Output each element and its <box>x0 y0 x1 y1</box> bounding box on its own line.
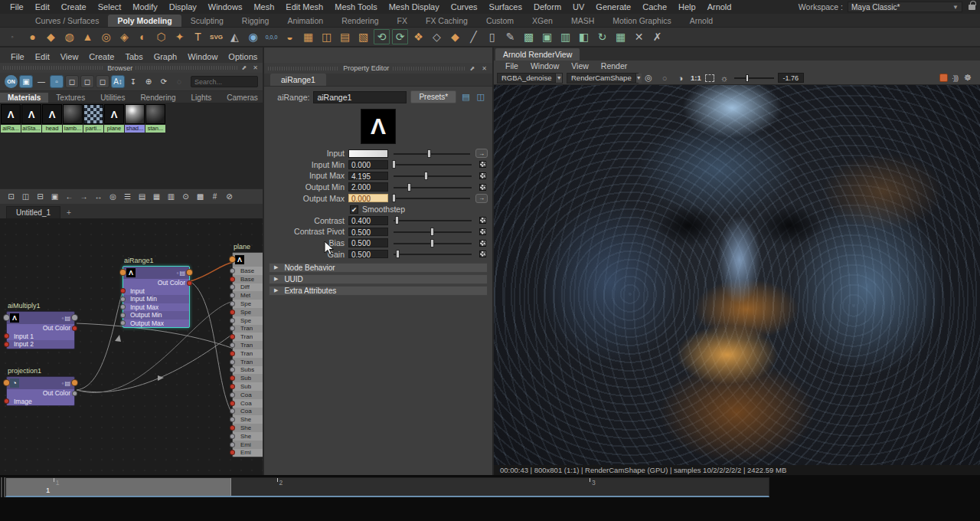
port-dot[interactable] <box>230 268 235 274</box>
node-port[interactable]: Subs <box>233 366 263 375</box>
shelf-tool-icon[interactable]: ◎ <box>97 28 115 45</box>
node-body[interactable]: Λ Base <box>232 252 263 457</box>
port-dot[interactable] <box>230 367 235 372</box>
smoothstep-checkbox[interactable]: ✔ <box>350 205 358 214</box>
browser-tab[interactable]: Rendering <box>132 93 183 103</box>
hypershade-menu-item[interactable]: Graph <box>149 52 182 61</box>
node-port[interactable]: Base <box>233 275 263 283</box>
node-port[interactable]: Emi <box>233 441 263 449</box>
node-port[interactable]: Input Max <box>123 303 189 312</box>
node-editor-tool-icon[interactable]: ▣ <box>48 191 61 202</box>
exposure-slider[interactable] <box>734 77 774 79</box>
shelf-tool-icon[interactable]: ╱ <box>465 28 482 45</box>
port-dot[interactable] <box>120 304 126 310</box>
shelf-tool-icon[interactable]: ◆ <box>446 28 464 45</box>
node-port[interactable]: She <box>233 432 263 441</box>
node-port[interactable]: Diff <box>233 283 263 292</box>
slider-handle[interactable] <box>396 250 400 258</box>
node-editor-tool-icon[interactable]: ▩ <box>194 191 207 202</box>
node-input-pin[interactable] <box>229 256 236 263</box>
presets-button[interactable]: Presets* <box>410 90 456 103</box>
port-dot[interactable] <box>230 408 235 414</box>
exposure-icon[interactable]: ☼ <box>718 74 730 83</box>
node-port[interactable]: Output Min <box>123 311 189 319</box>
browser-panel-header[interactable]: Browser ⬈ ✕ <box>0 63 263 73</box>
material-swatch[interactable]: parti... <box>83 104 103 133</box>
shelf-tab[interactable]: FX <box>388 15 416 27</box>
port-dot[interactable] <box>230 326 235 331</box>
color-swatch-field[interactable] <box>348 149 388 159</box>
node-port[interactable]: Coa <box>233 399 263 408</box>
attribute-slider[interactable] <box>392 172 473 180</box>
shelf-tool-icon[interactable]: ◆ <box>42 28 60 45</box>
node-input-pin[interactable] <box>3 314 10 321</box>
node-editor-tool-icon[interactable]: ◎ <box>106 191 119 202</box>
map-texture-button[interactable] <box>477 227 488 236</box>
close-icon[interactable]: ✕ <box>480 65 488 72</box>
port-dot[interactable] <box>230 401 235 406</box>
region-render-icon[interactable] <box>705 74 714 82</box>
browser-toolbar-icon[interactable]: ⊕ <box>142 75 155 88</box>
renderview-menu-item[interactable]: Window <box>525 61 564 70</box>
shelf-tab[interactable]: Custom <box>477 15 523 27</box>
shelf-tool-icon[interactable]: ◧ <box>575 28 593 45</box>
node-port[interactable]: Image <box>7 398 74 406</box>
port-dot[interactable] <box>230 359 235 365</box>
menu-item[interactable]: File <box>5 2 29 12</box>
shelf-tool-icon[interactable]: ◍ <box>60 28 78 45</box>
slider-handle[interactable] <box>430 228 434 236</box>
attribute-slider[interactable] <box>392 239 473 247</box>
node-port[interactable]: Spe <box>233 316 263 325</box>
value-field[interactable]: 0.500 <box>348 228 388 237</box>
port-dot[interactable] <box>72 326 77 331</box>
attribute-slider[interactable] <box>392 194 472 202</box>
node-body[interactable]: ◔ ◦▤ Out Color <box>6 376 75 406</box>
port-dot[interactable] <box>230 450 235 455</box>
menu-item[interactable]: Generate <box>590 2 636 12</box>
material-swatch[interactable]: shad... <box>125 104 145 133</box>
shelf-tool-icon[interactable]: ▥ <box>557 28 574 45</box>
node-port[interactable]: Base <box>233 267 263 275</box>
shelf-tool-icon[interactable]: ▦ <box>612 28 629 45</box>
shelf-tool-icon[interactable]: ▣ <box>538 28 556 45</box>
float-panel-icon[interactable]: ⬈ <box>469 65 477 72</box>
show-attributes-icon[interactable]: ▤ <box>460 92 471 102</box>
shelf-tool-icon[interactable]: SVG <box>207 28 225 45</box>
node-port[interactable]: Input <box>123 287 189 296</box>
shelf-tool-icon[interactable]: ◇ <box>428 28 446 45</box>
node-projection1[interactable]: projection1 ◔ ◦▤ Out Color <box>6 367 77 406</box>
menu-item[interactable]: Mesh <box>248 2 279 12</box>
shelf-tool-icon[interactable]: ⟳ <box>391 28 409 45</box>
menu-item[interactable]: Deform <box>528 2 567 12</box>
port-dot[interactable] <box>120 288 126 293</box>
port-dot[interactable] <box>120 297 126 302</box>
port-dot[interactable] <box>230 442 235 447</box>
value-field[interactable]: 0.400 <box>348 216 388 225</box>
shelf-tab[interactable]: Arnold <box>681 15 722 27</box>
node-port[interactable]: Spe <box>233 308 263 316</box>
node-editor-tool-icon[interactable]: → <box>77 191 90 202</box>
material-swatch[interactable]: aiSta... <box>21 104 41 133</box>
shelf-tab[interactable]: Curves / Surfaces <box>26 15 108 27</box>
add-tab-button[interactable]: + <box>60 207 77 218</box>
exposure-value[interactable]: -1.76 <box>778 73 804 83</box>
float-panel-icon[interactable]: ⬈ <box>240 64 249 71</box>
attribute-slider[interactable] <box>392 149 472 158</box>
node-editor-tool-icon[interactable]: ↔ <box>92 191 105 202</box>
material-swatch[interactable]: stan... <box>145 104 165 133</box>
slider-handle[interactable] <box>392 194 396 202</box>
menu-item[interactable]: Select <box>93 2 127 12</box>
port-dot[interactable] <box>230 277 235 282</box>
material-swatch[interactable]: lamb... <box>63 104 83 133</box>
node-plane[interactable]: plane Λ Base <box>232 243 263 457</box>
node-editor-tool-icon[interactable]: # <box>208 191 221 202</box>
shelf-tool-icon[interactable]: ✎ <box>501 28 519 45</box>
property-editor-header[interactable]: Property Editor ⬈ ✕ <box>264 63 492 74</box>
slider-handle[interactable] <box>746 74 749 82</box>
hypershade-menu-item[interactable]: View <box>56 52 83 61</box>
current-frame-block[interactable] <box>6 478 231 496</box>
node-port[interactable]: Emi <box>233 449 263 457</box>
value-field[interactable]: 0.000 <box>348 160 388 169</box>
node-airange1[interactable]: aiRange1 Λ ◦▤ Out Color <box>122 257 191 328</box>
shelf-tab[interactable]: Animation <box>278 15 332 27</box>
